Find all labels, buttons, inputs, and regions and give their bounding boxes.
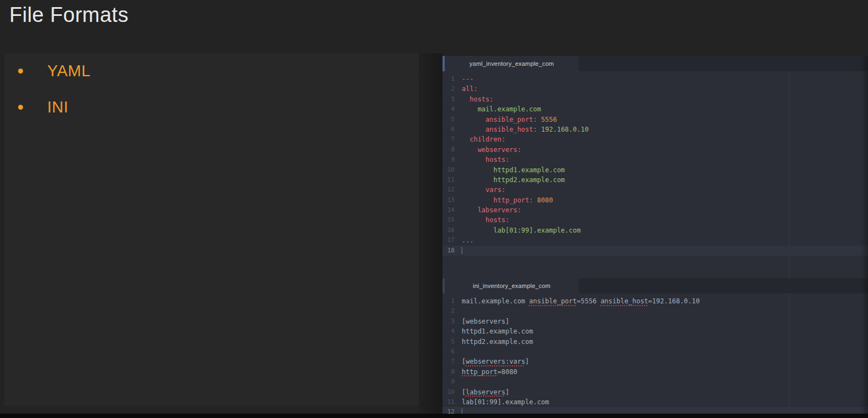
code-text <box>455 306 462 316</box>
code-text: hosts: <box>455 94 494 104</box>
code-line: 5httpd2.example.com <box>443 337 868 347</box>
code-line: 17... <box>443 235 868 245</box>
code-text: [labservers] <box>455 387 509 397</box>
code-line: 14 labservers: <box>443 205 868 215</box>
code-line: 15 hosts: <box>443 215 868 225</box>
code-line: 11lab[01:99].example.com <box>443 397 868 407</box>
line-number: 3 <box>443 94 455 104</box>
code-line: 9 hosts: <box>443 155 868 165</box>
tab-yaml-inventory[interactable]: yaml_inventory_example_com <box>445 56 579 71</box>
code-line: 8 webservers: <box>443 145 868 155</box>
bullet-icon <box>18 69 23 74</box>
code-text: all: <box>455 84 478 94</box>
bullet-item-ini: INI <box>4 97 419 117</box>
code-text: ... <box>455 235 474 245</box>
tab-bar: yaml_inventory_example_com <box>443 56 868 71</box>
code-line: 3[webservers] <box>443 317 868 326</box>
yaml-editor-panel: 1---2all:3 hosts:4 mail.example.com5 ans… <box>443 56 868 278</box>
code-text: children: <box>455 134 505 144</box>
line-number: 8 <box>443 145 455 155</box>
line-number: 5 <box>443 337 455 347</box>
ini-editor-panel: 1mail.example.com ansible_port=5556 ansi… <box>443 278 868 418</box>
line-number: 15 <box>443 215 455 225</box>
line-number: 13 <box>443 195 455 205</box>
tab-ini-inventory[interactable]: ini_inventory_example_com <box>445 278 579 293</box>
line-number: 12 <box>443 185 455 195</box>
bullet-label: INI <box>47 98 69 116</box>
code-text: mail.example.com <box>455 104 541 114</box>
code-lines: 1mail.example.com ansible_port=5556 ansi… <box>443 296 868 417</box>
code-line: 10[labservers] <box>443 387 868 397</box>
code-line: 4httpd1.example.com <box>443 326 868 336</box>
code-text: webservers: <box>455 145 521 155</box>
tab-bar: ini_inventory_example_com <box>443 278 868 293</box>
slide-content-panel: YAML INI <box>4 53 419 406</box>
code-line: 1--- <box>443 74 868 84</box>
line-number: 16 <box>443 225 455 235</box>
code-line: 6 ansible_host: 192.168.0.10 <box>443 125 868 134</box>
line-number: 4 <box>443 104 455 114</box>
code-text: ansible_host: 192.168.0.10 <box>455 125 589 134</box>
code-text: [webservers] <box>455 317 509 326</box>
line-number: 2 <box>443 306 455 316</box>
code-text <box>455 347 462 357</box>
code-line: 12 vars: <box>443 185 868 195</box>
code-line: 11 httpd2.example.com <box>443 175 868 185</box>
code-text: http_port: 8080 <box>455 195 553 205</box>
line-number: 9 <box>443 377 455 387</box>
code-line: 4 mail.example.com <box>443 104 868 114</box>
code-text: vars: <box>455 185 505 195</box>
code-line: 7[webservers:vars] <box>443 357 868 366</box>
line-number: 11 <box>443 397 455 407</box>
line-number: 4 <box>443 326 455 336</box>
text-cursor <box>462 247 462 254</box>
code-text: lab[01:99].example.com <box>455 397 549 407</box>
code-text: httpd1.example.com <box>455 165 565 175</box>
line-number: 7 <box>443 134 455 144</box>
line-number: 8 <box>443 367 455 377</box>
code-text: lab[01:99].example.com <box>455 225 581 235</box>
code-editor[interactable]: 1mail.example.com ansible_port=5556 ansi… <box>443 293 868 418</box>
code-line: 2all: <box>443 84 868 94</box>
bottom-border <box>0 414 868 418</box>
code-text <box>455 246 462 256</box>
code-editor[interactable]: 1---2all:3 hosts:4 mail.example.com5 ans… <box>443 71 868 278</box>
bullet-label: YAML <box>47 62 91 80</box>
code-text: mail.example.com ansible_port=5556 ansib… <box>455 296 700 306</box>
panel-gap <box>419 53 443 414</box>
line-number: 7 <box>443 357 455 366</box>
code-line: 13 http_port: 8080 <box>443 195 868 205</box>
line-number: 3 <box>443 317 455 326</box>
line-number: 14 <box>443 205 455 215</box>
code-line: 5 ansible_port: 5556 <box>443 115 868 125</box>
line-number: 9 <box>443 155 455 165</box>
code-line: 10 httpd1.example.com <box>443 165 868 175</box>
line-number: 10 <box>443 387 455 397</box>
line-number: 18 <box>443 246 455 256</box>
code-text: httpd1.example.com <box>455 326 533 336</box>
code-line: 6 <box>443 347 868 357</box>
code-text: ansible_port: 5556 <box>455 115 557 125</box>
code-text: httpd2.example.com <box>455 337 533 347</box>
code-text <box>455 377 462 387</box>
bullet-icon <box>18 105 23 110</box>
slide: File Formats YAML INI 1---2all:3 hosts:4… <box>0 0 868 418</box>
line-number: 17 <box>443 235 455 245</box>
code-line: 18 <box>443 246 868 256</box>
code-text: hosts: <box>455 155 509 165</box>
line-number: 1 <box>443 74 455 84</box>
code-lines: 1---2all:3 hosts:4 mail.example.com5 ans… <box>443 74 868 256</box>
code-text: --- <box>455 74 474 84</box>
code-line: 16 lab[01:99].example.com <box>443 225 868 235</box>
bullet-item-yaml: YAML <box>4 61 419 81</box>
line-number: 6 <box>443 125 455 134</box>
bullet-list: YAML INI <box>4 53 419 117</box>
code-line: 2 <box>443 306 868 316</box>
code-line: 1mail.example.com ansible_port=5556 ansi… <box>443 296 868 306</box>
line-number: 6 <box>443 347 455 357</box>
line-number: 1 <box>443 296 455 306</box>
code-text: httpd2.example.com <box>455 175 565 185</box>
line-number: 2 <box>443 84 455 94</box>
line-number: 11 <box>443 175 455 185</box>
code-line: 9 <box>443 377 868 387</box>
